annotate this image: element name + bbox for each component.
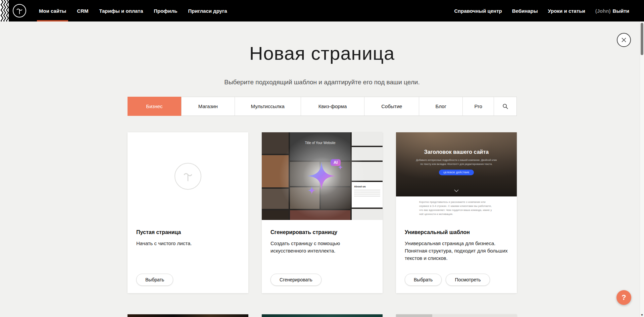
- logout-link[interactable]: Выйти: [613, 8, 629, 14]
- page-title: Новая страница: [0, 42, 644, 64]
- help-button-label: ?: [622, 293, 626, 302]
- close-icon: [621, 37, 627, 43]
- card-title: Универсальный шаблон: [405, 229, 508, 235]
- page-subtitle: Выберите подходящий шаблон и адаптируйте…: [0, 79, 644, 86]
- template-body-text: Коротко представьтесь и расскажите о ком…: [419, 200, 494, 220]
- secondary-menu: Справочный центр Вебинары Уроки и статьи…: [449, 0, 629, 21]
- main-menu: Мои сайты CRM Тарифы и оплата Профиль Пр…: [34, 0, 233, 21]
- user-name: (John): [595, 8, 611, 14]
- template-hero-subtitle: Добавьте интересные подробности о вашей …: [415, 158, 497, 166]
- ai-preview: About us Title of Your Website: [262, 132, 383, 220]
- nav-item-invite-friend[interactable]: Пригласи друга: [183, 0, 232, 21]
- search-icon: [502, 103, 508, 109]
- card-title: Сгенерировать страницу: [270, 229, 374, 235]
- preview-button[interactable]: Посмотреть: [446, 274, 490, 286]
- tab-search[interactable]: [494, 97, 516, 116]
- template-cards-row-2: [128, 314, 517, 317]
- tab-event[interactable]: Событие: [364, 97, 419, 116]
- template-hero-button: Целевое действие: [439, 170, 474, 175]
- template-category-tabs: Бизнес Магазин Мультиссылка Квиз-форма С…: [128, 97, 517, 116]
- nav-link-webinars[interactable]: Вебинары: [507, 8, 543, 14]
- choose-button[interactable]: Выбрать: [405, 274, 442, 286]
- tab-quiz-form[interactable]: Квиз-форма: [301, 97, 364, 116]
- user-box: (John) Выйти: [590, 8, 629, 14]
- card-actions: Выбрать Посмотреть: [405, 274, 490, 286]
- blank-page-preview: [128, 132, 248, 220]
- nav-item-profile[interactable]: Профиль: [148, 0, 183, 21]
- template-card-partial[interactable]: [262, 314, 383, 317]
- tilda-watermark: [175, 163, 201, 190]
- scrollbar-thumb[interactable]: [641, 23, 643, 55]
- top-navbar: Мои сайты CRM Тарифы и оплата Профиль Пр…: [0, 0, 644, 21]
- tab-pro[interactable]: Pro: [462, 97, 494, 116]
- ai-badge: AI: [331, 159, 341, 166]
- help-button[interactable]: ?: [616, 290, 631, 305]
- template-text-section: Коротко представьтесь и расскажите о ком…: [396, 196, 517, 220]
- tilda-logo-icon: [14, 6, 24, 16]
- tab-store[interactable]: Магазин: [181, 97, 235, 116]
- card-universal-template[interactable]: Заголовок вашего сайта Добавьте интересн…: [396, 132, 517, 293]
- app-screen: Мои сайты CRM Тарифы и оплата Профиль Пр…: [0, 0, 644, 317]
- generate-button[interactable]: Сгенерировать: [270, 274, 321, 286]
- template-card-partial[interactable]: [128, 314, 248, 317]
- scrollbar-down-arrow[interactable]: ▼: [640, 313, 644, 317]
- card-body: Пустая страница Начать с чистого листа.: [128, 220, 248, 247]
- card-description: Начать с чистого листа.: [136, 240, 240, 247]
- chevron-down-icon: [454, 187, 459, 193]
- template-card-partial[interactable]: [396, 314, 517, 317]
- nav-item-my-sites[interactable]: Мои сайты: [34, 0, 71, 21]
- template-hero-title: Заголовок вашего сайта: [396, 132, 517, 155]
- card-ai-generate[interactable]: About us Title of Your Website: [262, 132, 383, 293]
- tilda-logo[interactable]: [13, 4, 26, 17]
- zigzag-decoration: [0, 0, 9, 21]
- close-button[interactable]: [617, 33, 631, 47]
- card-description: Универсальная страница для бизнеса. Поня…: [405, 240, 508, 262]
- nav-item-crm[interactable]: CRM: [71, 0, 94, 21]
- tab-blog[interactable]: Блог: [419, 97, 462, 116]
- choose-button[interactable]: Выбрать: [136, 274, 173, 286]
- card-actions: Выбрать: [136, 274, 173, 286]
- scrollbar[interactable]: ▼: [640, 21, 644, 317]
- nav-link-help-center[interactable]: Справочный центр: [449, 8, 507, 14]
- nav-link-lessons[interactable]: Уроки и статьи: [543, 8, 590, 14]
- template-hero: Заголовок вашего сайта Добавьте интересн…: [396, 132, 517, 196]
- card-body: Сгенерировать страницу Создать страницу …: [262, 220, 383, 255]
- tab-business[interactable]: Бизнес: [128, 97, 181, 116]
- ai-sparkle-icon: [262, 132, 383, 220]
- card-blank-page[interactable]: Пустая страница Начать с чистого листа. …: [128, 132, 248, 293]
- template-cards-row-1: Пустая страница Начать с чистого листа. …: [128, 132, 517, 293]
- card-actions: Сгенерировать: [270, 274, 321, 286]
- template-preview: Заголовок вашего сайта Добавьте интересн…: [396, 132, 517, 220]
- card-body: Универсальный шаблон Универсальная стран…: [396, 220, 517, 262]
- card-title: Пустая страница: [136, 229, 240, 235]
- tab-multilink[interactable]: Мультиссылка: [235, 97, 301, 116]
- nav-item-tariffs[interactable]: Тарифы и оплата: [94, 0, 148, 21]
- card-description: Создать страницу с помощью искусственног…: [270, 240, 374, 255]
- tilda-watermark-icon: [181, 169, 195, 184]
